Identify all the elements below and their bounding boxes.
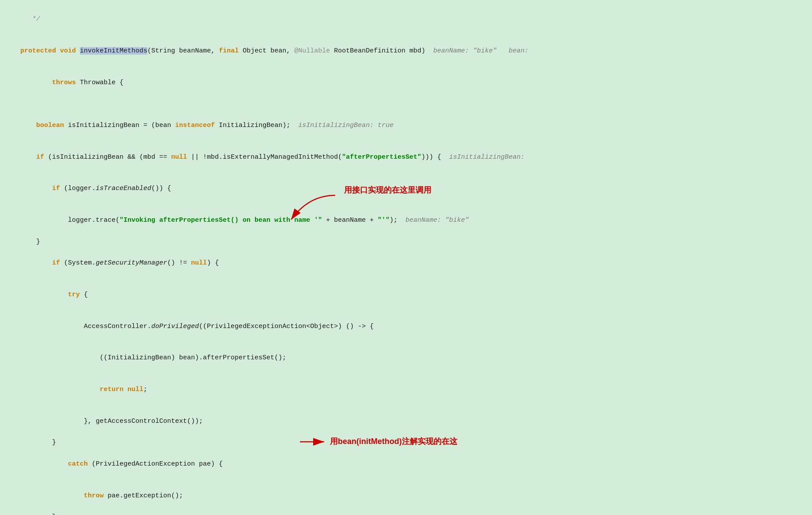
keyword-return: return [100,386,123,393]
keyword-null1: null [171,153,187,161]
code-line-17: throw pae.getException(); [4,480,808,511]
keyword-instanceof: instanceof [175,122,215,129]
code-line-14: }, getAccessControlContext()); [4,406,808,437]
keyword-protected: protected [20,47,56,55]
code-line-10: try { [4,279,808,311]
method-getsecuritymanager: getSecurityManager [96,259,167,267]
keyword-throw: throw [84,492,104,500]
string-invoking: "Invoking afterPropertiesSet() on bean w… [120,216,322,224]
code-container: */ protected void invokeInitMethods(Stri… [0,4,812,515]
hint-isinitializingbean2: isInitializingBean: [449,153,524,161]
method-istrace: isTraceEnabled [96,185,151,192]
code-line-12: ((InitializingBean) bean).afterPropertie… [4,342,808,374]
keyword-if1: if [36,153,44,161]
method-doprivileged: doPrivileged [151,323,199,330]
code-line-13: return null; [4,374,808,406]
code-line-4: boolean isInitializingBean = (bean insta… [4,110,808,142]
keyword-null3: null [127,386,143,393]
string-afterpropertiesset1: "afterPropertiesSet" [342,153,421,161]
code-line-11: AccessController.doPrivileged((Privilege… [4,310,808,342]
keyword-null2: null [191,259,207,267]
hint-isinitializingbean: isInitializingBean: true [298,122,393,129]
keyword-try: try [68,291,80,299]
code-line-6: if (logger.isTraceEnabled()) { [4,173,808,205]
code-line-9: if (System.getSecurityManager() != null)… [4,247,808,279]
method-name: invokeInitMethods [80,47,147,55]
keyword-boolean: boolean [36,122,64,129]
comment-text: */ [20,15,40,23]
code-line-7: logger.trace("Invoking afterPropertiesSe… [4,205,808,236]
keyword-throws: throws [52,79,76,86]
keyword-catch: catch [68,460,88,468]
code-line-5: if (isInitializingBean && (mbd == null |… [4,141,808,173]
annotation-nullable: @Nullable [294,47,330,55]
code-line-8: } [4,236,808,247]
code-line-1: protected void invokeInitMethods(String … [4,35,808,67]
code-line-18: } [4,511,808,515]
keyword-if3: if [52,259,60,267]
string-quote: "'" [378,216,389,224]
hint-beanname2: beanName: "bike" [405,216,469,224]
code-line-3 [4,98,808,109]
keyword-void: void [60,47,76,55]
code-line-15: } [4,437,808,448]
keyword-final: final [219,47,239,55]
code-line-16: catch (PrivilegedActionException pae) { [4,448,808,480]
hint-beanname: beanName: "bike" bean: [433,47,528,55]
keyword-if2: if [52,185,60,192]
code-line-2: throws Throwable { [4,67,808,99]
code-line-0: */ [4,4,808,35]
